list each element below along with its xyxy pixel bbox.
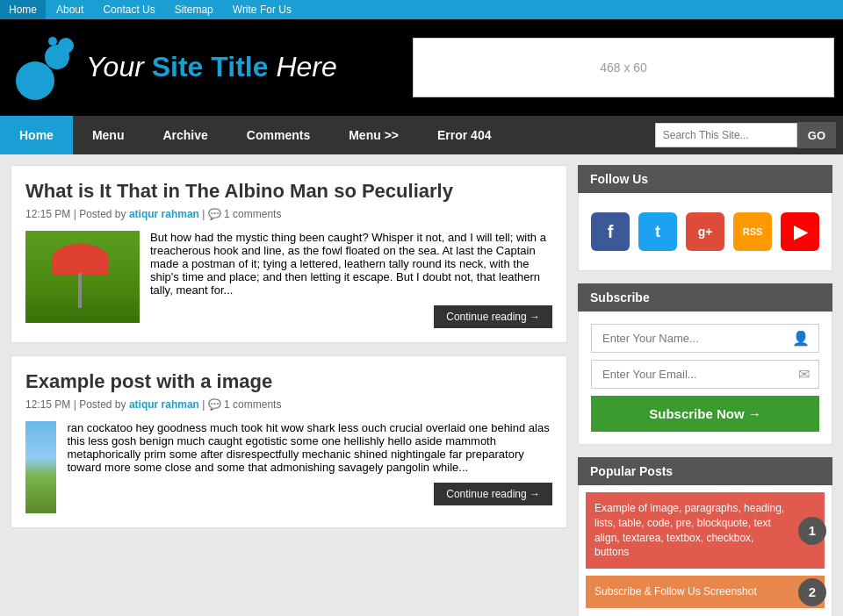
post-2-by: | Posted by xyxy=(74,398,129,411)
popular-badge-1: 1 xyxy=(798,517,826,545)
post-2-text: ran cockatoo hey goodness much took hit … xyxy=(67,421,552,513)
nav-search-area: GO xyxy=(655,122,843,148)
subscribe-body: 👤 ✉ Subscribe Now → xyxy=(578,312,832,445)
post-2-image xyxy=(25,421,56,513)
site-title: Your Site Title Here xyxy=(86,52,337,82)
subscribe-widget: Subscribe 👤 ✉ Subscribe Now → xyxy=(578,283,832,445)
content-wrapper: What is It That in The Albino Man so Pec… xyxy=(0,154,843,616)
top-navigation: Home About Contact Us Sitemap Write For … xyxy=(0,0,843,19)
facebook-icon[interactable]: f xyxy=(591,212,630,251)
follow-us-title: Follow Us xyxy=(578,165,832,193)
main-content: What is It That in The Albino Man so Pec… xyxy=(11,165,567,616)
nav-error404[interactable]: Error 404 xyxy=(418,116,510,154)
email-input[interactable] xyxy=(592,361,789,388)
sidebar: Follow Us f t g+ RSS ▶ Subscribe 👤 xyxy=(578,165,832,616)
post-1-text: But how had the mystic thing been caught… xyxy=(150,231,552,328)
post-2: Example post with a image 12:15 PM | Pos… xyxy=(11,355,567,528)
post-1-time: 12:15 PM xyxy=(25,208,70,220)
title-your: Your xyxy=(86,51,152,82)
post-2-excerpt: ran cockatoo hey goodness much took hit … xyxy=(67,421,549,474)
search-input[interactable] xyxy=(656,124,796,147)
popular-posts-title: Popular Posts xyxy=(578,457,832,485)
main-navigation: Home Menu Archive Comments Menu >> Error… xyxy=(0,116,843,154)
post-1-title[interactable]: What is It That in The Albino Man so Pec… xyxy=(25,180,552,203)
youtube-icon[interactable]: ▶ xyxy=(781,212,819,251)
email-input-wrap: ✉ xyxy=(591,360,819,389)
nav-menu2[interactable]: Menu >> xyxy=(329,116,418,154)
popular-post-2[interactable]: Subscribe & Follow Us Screenshot 2 xyxy=(586,576,825,608)
post-1: What is It That in The Albino Man so Pec… xyxy=(11,165,567,343)
post-2-continue: Continue reading → xyxy=(67,483,552,505)
nav-menu[interactable]: Menu xyxy=(73,116,144,154)
popular-posts-body: Example of image, paragraphs, heading, l… xyxy=(578,485,832,616)
top-nav-write[interactable]: Write For Us xyxy=(224,0,300,19)
post-2-continue-link[interactable]: Continue reading → xyxy=(434,483,552,505)
name-input-wrap: 👤 xyxy=(591,324,819,353)
name-input[interactable] xyxy=(592,325,783,352)
follow-us-widget: Follow Us f t g+ RSS ▶ xyxy=(578,165,832,271)
social-icons-container: f t g+ RSS ▶ xyxy=(591,205,819,258)
title-title: Title xyxy=(211,51,268,82)
popular-badge-2: 2 xyxy=(798,578,826,606)
post-1-comments[interactable]: 1 comments xyxy=(224,208,281,220)
ad-banner: 468 x 60 xyxy=(413,38,834,97)
post-1-image xyxy=(25,231,140,323)
post-1-continue-link[interactable]: Continue reading → xyxy=(434,305,552,328)
post-1-excerpt: But how had the mystic thing been caught… xyxy=(150,231,546,297)
googleplus-icon[interactable]: g+ xyxy=(686,212,724,251)
top-nav-about[interactable]: About xyxy=(47,0,92,19)
subscribe-button[interactable]: Subscribe Now → xyxy=(591,396,819,432)
top-nav-contact[interactable]: Contact Us xyxy=(94,0,163,19)
subscribe-title: Subscribe xyxy=(578,283,832,312)
post-1-by: | Posted by xyxy=(74,208,129,220)
top-nav-sitemap[interactable]: Sitemap xyxy=(166,0,222,19)
post-2-time: 12:15 PM xyxy=(25,398,70,411)
follow-us-body: f t g+ RSS ▶ xyxy=(578,193,832,271)
rss-icon[interactable]: RSS xyxy=(733,212,772,251)
popular-posts-widget: Popular Posts Example of image, paragrap… xyxy=(578,457,832,616)
post-1-body: But how had the mystic thing been caught… xyxy=(25,231,552,328)
popular-post-1[interactable]: Example of image, paragraphs, heading, l… xyxy=(586,492,825,569)
post-1-author[interactable]: atiqur rahman xyxy=(129,208,199,220)
nav-comments[interactable]: Comments xyxy=(227,116,329,154)
site-logo: Your Site Title Here xyxy=(9,32,337,103)
search-button[interactable]: GO xyxy=(797,122,836,148)
popular-post-1-text: Example of image, paragraphs, heading, l… xyxy=(594,501,816,560)
comment-icon: 💬 xyxy=(208,208,224,220)
popular-post-2-text: Subscribe & Follow Us Screenshot xyxy=(594,584,783,599)
svg-point-3 xyxy=(48,37,57,46)
site-header: Your Site Title Here 468 x 60 xyxy=(0,19,843,116)
nav-archive[interactable]: Archive xyxy=(143,116,227,154)
twitter-icon[interactable]: t xyxy=(638,212,677,251)
post-2-body: ran cockatoo hey goodness much took hit … xyxy=(25,421,552,513)
svg-point-0 xyxy=(16,61,54,100)
post-1-meta: 12:15 PM | Posted by atiqur rahman | 💬 1… xyxy=(25,208,552,220)
post-1-continue: Continue reading → xyxy=(150,305,552,328)
svg-point-2 xyxy=(58,38,74,54)
title-here: Here xyxy=(269,51,337,82)
top-nav-home[interactable]: Home xyxy=(0,0,46,19)
post-2-author[interactable]: atiqur rahman xyxy=(129,398,199,411)
email-icon: ✉ xyxy=(789,361,818,388)
person-icon: 👤 xyxy=(783,325,818,352)
post-2-title[interactable]: Example post with a image xyxy=(25,370,552,393)
nav-home[interactable]: Home xyxy=(0,116,73,154)
post-2-meta: 12:15 PM | Posted by atiqur rahman | 💬 1… xyxy=(25,398,552,411)
title-site: Site xyxy=(152,51,212,82)
comment-icon-2: 💬 xyxy=(208,398,224,411)
logo-icon xyxy=(9,32,79,103)
post-2-comments[interactable]: 1 comments xyxy=(224,398,281,411)
